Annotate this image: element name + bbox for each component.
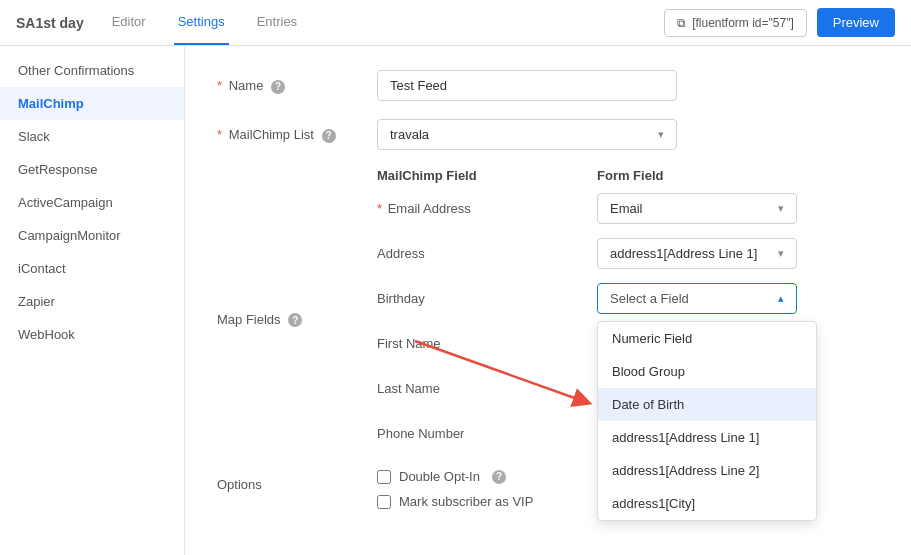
copy-icon: ⧉ [677, 16, 686, 30]
mailchimp-field-firstname: First Name [377, 328, 577, 351]
name-info-icon: ? [271, 80, 285, 94]
options-label: Options [217, 469, 377, 492]
name-input[interactable] [377, 70, 677, 101]
form-field-email-select[interactable]: Email ▾ [597, 193, 797, 224]
sidebar-item-getresponse[interactable]: GetResponse [0, 153, 184, 186]
double-optin-info-icon: ? [492, 470, 506, 484]
tab-editor[interactable]: Editor [108, 0, 150, 45]
mailchimp-field-lastname: Last Name [377, 373, 577, 396]
mailchimp-list-row: * MailChimp List ? travala ▾ [217, 119, 879, 150]
dropdown-item-dob[interactable]: Date of Birth [598, 388, 816, 421]
map-row-email: * Email Address Email ▾ [377, 193, 879, 224]
list-required-star: * [217, 127, 222, 142]
mailchimp-field-address: Address [377, 238, 577, 261]
mailchimp-col-header: MailChimp Field [377, 168, 577, 183]
name-row: * Name ? [217, 70, 879, 101]
main-layout: Other Confirmations MailChimp Slack GetR… [0, 46, 911, 555]
chevron-down-icon: ▾ [778, 202, 784, 215]
dropdown-item-address-line1[interactable]: address1[Address Line 1] [598, 421, 816, 454]
map-fields-label: Map Fields ? [217, 304, 377, 328]
mailchimp-field-email: * Email Address [377, 193, 577, 216]
chevron-down-icon: ▾ [778, 247, 784, 260]
form-col-header: Form Field [597, 168, 663, 183]
chevron-down-icon: ▾ [658, 128, 664, 141]
form-field-email-wrapper: Email ▾ [597, 193, 879, 224]
top-bar: SA1st day Editor Settings Entries ⧉ [flu… [0, 0, 911, 46]
double-optin-label: Double Opt-In [399, 469, 480, 484]
main-content: * Name ? * MailChimp List ? travala ▾ [185, 46, 911, 555]
mailchimp-list-select[interactable]: travala ▾ [377, 119, 677, 150]
dropdown-item-numeric[interactable]: Numeric Field [598, 322, 816, 355]
mailchimp-list-label: * MailChimp List ? [217, 119, 377, 143]
sidebar-item-slack[interactable]: Slack [0, 120, 184, 153]
dropdown-item-bloodgroup[interactable]: Blood Group [598, 355, 816, 388]
sidebar-item-icontact[interactable]: iContact [0, 252, 184, 285]
name-label: * Name ? [217, 70, 377, 94]
page-title: SA1st day [16, 15, 84, 31]
mailchimp-field-birthday: Birthday [377, 283, 577, 306]
preview-button[interactable]: Preview [817, 8, 895, 37]
birthday-dropdown: Numeric Field Blood Group Date of Birth … [597, 321, 817, 521]
sidebar-item-campaignmonitor[interactable]: CampaignMonitor [0, 219, 184, 252]
name-field-wrapper [377, 70, 677, 101]
mailchimp-list-field-wrapper: travala ▾ [377, 119, 677, 150]
dropdown-item-address-line2[interactable]: address1[Address Line 2] [598, 454, 816, 487]
form-field-address-select[interactable]: address1[Address Line 1] ▾ [597, 238, 797, 269]
mailchimp-field-phone: Phone Number [377, 418, 577, 441]
map-fields-content: MailChimp Field Form Field * Email Addre… [377, 168, 879, 463]
map-row-birthday: Birthday Select a Field ▴ Numeric Field … [377, 283, 879, 314]
vip-checkbox[interactable] [377, 495, 391, 509]
sidebar-item-webhook[interactable]: WebHook [0, 318, 184, 351]
tab-settings[interactable]: Settings [174, 0, 229, 45]
sidebar-item-mailchimp[interactable]: MailChimp [0, 87, 184, 120]
form-field-birthday-wrapper: Select a Field ▴ Numeric Field Blood Gro… [597, 283, 879, 314]
form-field-birthday-select[interactable]: Select a Field ▴ [597, 283, 797, 314]
sidebar-item-activecampaign[interactable]: ActiveCampaign [0, 186, 184, 219]
map-fields-row: Map Fields ? MailChimp Field Form Field [217, 168, 879, 463]
map-fields-info-icon: ? [288, 313, 302, 327]
form-field-address-wrapper: address1[Address Line 1] ▾ [597, 238, 879, 269]
sidebar-item-zapier[interactable]: Zapier [0, 285, 184, 318]
vip-label: Mark subscriber as VIP [399, 494, 533, 509]
top-bar-actions: ⧉ [fluentform id="57"] Preview [664, 8, 895, 37]
double-optin-checkbox[interactable] [377, 470, 391, 484]
list-info-icon: ? [322, 129, 336, 143]
shortcode-text: [fluentform id="57"] [692, 16, 794, 30]
map-row-address: Address address1[Address Line 1] ▾ [377, 238, 879, 269]
dropdown-item-address-city[interactable]: address1[City] [598, 487, 816, 520]
chevron-up-icon: ▴ [778, 292, 784, 305]
tab-entries[interactable]: Entries [253, 0, 301, 45]
sidebar-item-other-confirmations[interactable]: Other Confirmations [0, 54, 184, 87]
mailchimp-list-value: travala [390, 127, 429, 142]
name-required-star: * [217, 78, 222, 93]
shortcode-button[interactable]: ⧉ [fluentform id="57"] [664, 9, 807, 37]
sidebar: Other Confirmations MailChimp Slack GetR… [0, 46, 185, 555]
